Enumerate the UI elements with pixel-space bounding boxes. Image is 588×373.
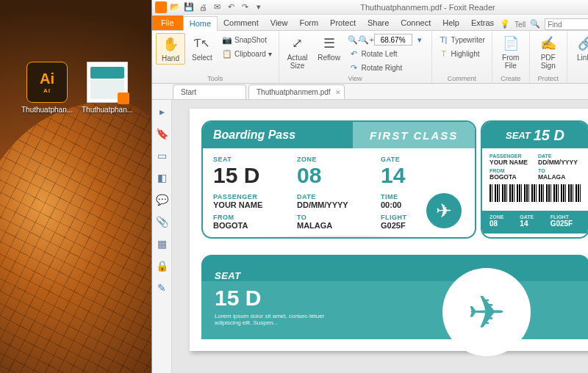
pdf-sign-label: PDF Sign — [541, 54, 556, 70]
rotate-right-button[interactable]: ↷Rotate Right — [346, 61, 428, 74]
highlight-icon: T — [439, 48, 449, 59]
group-create-label: Create — [496, 74, 526, 82]
bp-class: FIRST CLASS — [353, 122, 475, 148]
ribbon-body: ✋ Hand Ƭ↖ Select 📷SnapShot 📋Clipboard ▾ … — [152, 31, 588, 84]
from-file-label: From File — [502, 54, 519, 70]
nav-sidebar: ▸ 🔖 ▭ ◧ 💬 📎 ▦ 🔒 ✎ — [152, 100, 172, 373]
group-tools: ✋ Hand Ƭ↖ Select 📷SnapShot 📋Clipboard ▾ … — [152, 31, 279, 83]
signatures-icon[interactable]: ✎ — [156, 282, 168, 294]
group-view-label: View — [283, 74, 428, 82]
ribbon-tabs: File Home Comment View Form Protect Shar… — [152, 15, 588, 31]
from-file-button[interactable]: 📄 From File — [496, 33, 526, 71]
actual-size-button[interactable]: ⤢ Actual Size — [283, 33, 312, 71]
desktop-background: AiAI Thuthuatphan... Thuthuatphan... — [0, 0, 151, 373]
reflow-label: Reflow — [318, 54, 340, 62]
zoom-out-icon[interactable]: 🔍- — [349, 35, 359, 45]
zoom-level-input[interactable] — [374, 34, 412, 46]
reflow-icon: ☰ — [320, 35, 338, 52]
from-file-icon: 📄 — [502, 35, 520, 52]
boarding-pass-card-2: SEAT 15 D Lorem ipsum dolor sit amet, co… — [201, 255, 588, 339]
rotate-left-button[interactable]: ↶Rotate Left — [346, 47, 428, 60]
card-shadow — [218, 235, 460, 239]
boarding-pass-card: Boarding Pass FIRST CLASS SEAT15 D ZONE0… — [201, 120, 588, 239]
pdf-sign-button[interactable]: ✍ PDF Sign — [534, 33, 563, 71]
layers-icon[interactable]: ◧ — [156, 172, 168, 184]
work-area: ▸ 🔖 ▭ ◧ 💬 📎 ▦ 🔒 ✎ Boarding Pass FIRST CL… — [152, 100, 588, 373]
barcode — [490, 184, 581, 202]
bookmarks-icon[interactable]: 🔖 — [156, 128, 168, 140]
reflow-button[interactable]: ☰ Reflow — [315, 33, 344, 63]
tab-share[interactable]: Share — [362, 15, 395, 30]
desktop-icon-label: Thuthuatphan... — [21, 106, 74, 114]
window-title: Thuthuatphanmem.pdf - Foxit Reader — [268, 3, 588, 12]
tab-help[interactable]: Help — [437, 15, 465, 30]
typewriter-button[interactable]: T|Typewriter — [436, 33, 488, 46]
tab-home[interactable]: Home — [183, 16, 218, 31]
hand-label: Hand — [162, 54, 179, 62]
redo-icon[interactable]: ↷ — [239, 1, 251, 13]
zoom-controls: 🔍- 🔍+ ▾ — [346, 33, 428, 46]
group-view: ⤢ Actual Size ☰ Reflow 🔍- 🔍+ ▾ ↶Rotate L… — [279, 31, 432, 83]
tab-extras[interactable]: Extras — [465, 15, 500, 30]
tab-connect[interactable]: Connect — [395, 15, 437, 30]
print-icon[interactable]: 🖨 — [197, 1, 209, 13]
select-cursor-icon: Ƭ↖ — [193, 35, 211, 52]
zoom-dropdown-icon[interactable]: ▾ — [415, 35, 425, 45]
find-input[interactable] — [545, 18, 588, 30]
close-tab-icon[interactable]: ✕ — [335, 89, 341, 96]
thumbnails-icon[interactable]: ▦ — [156, 238, 168, 250]
clipboard-button[interactable]: 📋Clipboard ▾ — [219, 47, 275, 60]
doc-tab-start[interactable]: Start — [173, 84, 246, 99]
group-protect: ✍ PDF Sign Protect — [530, 31, 567, 83]
bp-title: Boarding Pass — [203, 122, 353, 148]
app-logo-icon[interactable] — [155, 1, 167, 13]
boarding-pass-stub: SEAT15 D PASSENGERYOUR NAME DATEDD/MM/YY… — [481, 120, 588, 239]
save-icon[interactable]: 💾 — [183, 1, 195, 13]
pdf-page: Boarding Pass FIRST CLASS SEAT15 D ZONE0… — [190, 109, 588, 351]
undo-icon[interactable]: ↶ — [225, 1, 237, 13]
document-tabs: Start Thuthuatphanmem.pdf✕ — [152, 84, 588, 100]
tell-me-label[interactable]: Tell — [514, 21, 526, 29]
lightbulb-icon[interactable]: 💡 — [500, 19, 510, 29]
select-label: Select — [192, 54, 212, 62]
airplane-icon-large — [442, 268, 531, 356]
actual-size-icon: ⤢ — [289, 35, 306, 52]
highlight-button[interactable]: THighlight — [436, 47, 488, 60]
search-down-icon[interactable]: 🔍 — [530, 19, 540, 29]
tab-view[interactable]: View — [265, 15, 294, 30]
tab-comment[interactable]: Comment — [218, 15, 265, 30]
open-icon[interactable]: 📂 — [169, 1, 181, 13]
security-lock-icon[interactable]: 🔒 — [156, 260, 168, 272]
links-label: Links — [577, 54, 588, 62]
snapshot-button[interactable]: 📷SnapShot — [219, 33, 275, 46]
attachments-icon[interactable]: 📎 — [156, 216, 168, 228]
doc-tab-file[interactable]: Thuthuatphanmem.pdf✕ — [248, 84, 345, 99]
file-tab[interactable]: File — [152, 15, 183, 30]
pages-icon[interactable]: ▭ — [156, 150, 168, 162]
expand-pane-icon[interactable]: ▸ — [156, 106, 168, 117]
email-icon[interactable]: ✉ — [211, 1, 223, 13]
group-create: 📄 From File Create — [492, 31, 530, 83]
page-canvas[interactable]: Boarding Pass FIRST CLASS SEAT15 D ZONE0… — [172, 100, 588, 373]
links-button[interactable]: 🔗 Links — [571, 33, 588, 63]
group-comment: T|Typewriter THighlight Comment — [432, 31, 492, 83]
tab-protect[interactable]: Protect — [324, 15, 362, 30]
ai-file-icon: AiAI — [26, 62, 68, 103]
typewriter-icon: T| — [439, 35, 449, 45]
lorem-text: Lorem ipsum dolor sit amet, consec-tetue… — [215, 313, 347, 326]
select-tool-button[interactable]: Ƭ↖ Select — [187, 33, 217, 63]
group-protect-label: Protect — [534, 74, 563, 82]
rotate-right-icon: ↷ — [349, 62, 359, 73]
desktop-icon-label: Thuthuatphan... — [81, 106, 134, 114]
desktop-icon-pdf[interactable]: Thuthuatphan... — [81, 62, 134, 114]
group-links: 🔗 Links Links — [567, 31, 588, 83]
comments-icon[interactable]: 💬 — [156, 194, 168, 206]
group-comment-label: Comment — [436, 74, 488, 82]
actual-size-label: Actual Size — [287, 54, 308, 70]
qat-dropdown-icon[interactable]: ▾ — [253, 1, 265, 13]
tab-form[interactable]: Form — [293, 15, 324, 30]
desktop-icon-ai[interactable]: AiAI Thuthuatphan... — [21, 62, 74, 114]
zoom-in-icon[interactable]: 🔍+ — [362, 35, 372, 45]
hand-tool-button[interactable]: ✋ Hand — [156, 33, 185, 65]
pdf-file-icon — [87, 62, 128, 103]
